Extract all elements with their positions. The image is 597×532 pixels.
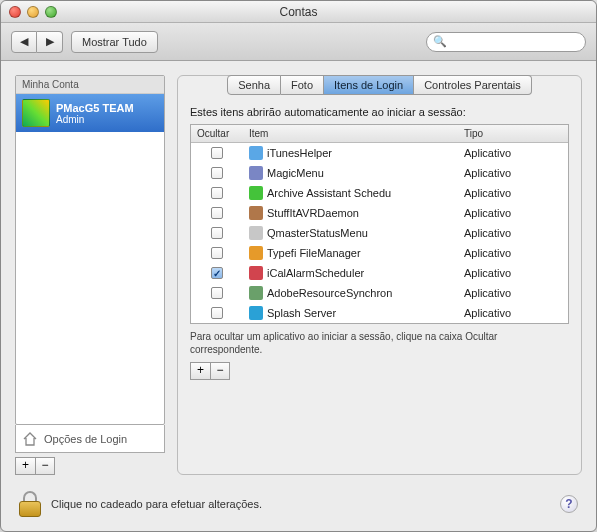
col-item[interactable]: Item [243,125,458,142]
login-items-add-remove: + − [190,362,569,380]
accounts-sidebar: Minha Conta PMacG5 TEAM Admin Opções de … [15,75,165,475]
hide-checkbox[interactable] [211,167,223,179]
table-row[interactable]: StuffItAVRDaemonAplicativo [191,203,568,223]
help-button[interactable]: ? [560,495,578,513]
lock-text: Clique no cadeado para efetuar alteraçõe… [51,498,262,510]
tab-foto[interactable]: Foto [281,75,324,95]
item-type: Aplicativo [458,164,568,182]
main-panel: SenhaFotoItens de LoginControles Parenta… [177,75,582,475]
preferences-window: Contas ◀ ▶ Mostrar Tudo 🔍 Minha Conta PM… [0,0,597,532]
show-all-button[interactable]: Mostrar Tudo [71,31,158,53]
search-input[interactable] [451,36,589,48]
remove-account-button[interactable]: − [35,457,55,475]
zoom-window-button[interactable] [45,6,57,18]
hide-checkbox[interactable] [211,227,223,239]
tabs: SenhaFotoItens de LoginControles Parenta… [227,75,532,95]
lock-body-icon [19,501,41,517]
nav-group: ◀ ▶ [11,31,63,53]
app-icon [249,146,263,160]
app-icon [249,246,263,260]
item-name: iTunesHelper [267,147,332,159]
sidebar-header: Minha Conta [16,76,164,94]
table-header: Ocultar Item Tipo [191,125,568,143]
table-row[interactable]: AdobeResourceSynchronAplicativo [191,283,568,303]
forward-button[interactable]: ▶ [37,31,63,53]
app-icon [249,206,263,220]
account-name: PMacG5 TEAM [56,102,134,114]
account-role: Admin [56,114,134,125]
item-name: AdobeResourceSynchron [267,287,392,299]
item-name: Archive Assistant Schedu [267,187,391,199]
item-type: Aplicativo [458,204,568,222]
account-item[interactable]: PMacG5 TEAM Admin [16,94,164,132]
item-type: Aplicativo [458,144,568,162]
login-items-description: Estes itens abrirão automaticamente ao i… [190,106,569,118]
remove-login-item-button[interactable]: − [210,362,230,380]
item-name: MagicMenu [267,167,324,179]
item-name: QmasterStatusMenu [267,227,368,239]
add-account-button[interactable]: + [15,457,35,475]
hide-checkbox[interactable] [211,187,223,199]
item-type: Aplicativo [458,264,568,282]
add-login-item-button[interactable]: + [190,362,210,380]
login-items-hint: Para ocultar um aplicativo ao iniciar a … [190,330,569,356]
hide-checkbox[interactable] [211,147,223,159]
hide-checkbox[interactable] [211,207,223,219]
hide-checkbox[interactable] [211,287,223,299]
app-icon [249,266,263,280]
col-type[interactable]: Tipo [458,125,568,142]
search-field-wrap[interactable]: 🔍 [426,32,586,52]
window-controls [9,6,57,18]
accounts-list: Minha Conta PMacG5 TEAM Admin [15,75,165,425]
item-type: Aplicativo [458,184,568,202]
tab-controles-parentais[interactable]: Controles Parentais [414,75,532,95]
app-icon [249,286,263,300]
item-name: iCalAlarmScheduler [267,267,364,279]
table-row[interactable]: Typefi FileManagerAplicativo [191,243,568,263]
app-icon [249,226,263,240]
col-hide[interactable]: Ocultar [191,125,243,142]
hide-checkbox[interactable] [211,247,223,259]
hide-checkbox[interactable] [211,307,223,319]
item-type: Aplicativo [458,284,568,302]
titlebar: Contas [1,1,596,23]
item-type: Aplicativo [458,244,568,262]
login-options-label: Opções de Login [44,433,127,445]
item-type: Aplicativo [458,224,568,242]
login-options-button[interactable]: Opções de Login [15,425,165,453]
item-name: StuffItAVRDaemon [267,207,359,219]
login-items-table: Ocultar Item Tipo iTunesHelperAplicativo… [190,124,569,324]
item-name: Typefi FileManager [267,247,361,259]
table-body: iTunesHelperAplicativoMagicMenuAplicativ… [191,143,568,323]
window-title: Contas [1,5,596,19]
home-icon [22,431,38,447]
table-row[interactable]: MagicMenuAplicativo [191,163,568,183]
close-window-button[interactable] [9,6,21,18]
item-name: Splash Server [267,307,336,319]
account-add-remove: + − [15,457,165,475]
back-button[interactable]: ◀ [11,31,37,53]
account-text: PMacG5 TEAM Admin [56,102,134,125]
hide-checkbox[interactable] [211,267,223,279]
item-type: Aplicativo [458,304,568,322]
app-icon [249,306,263,320]
lock-button[interactable] [19,491,41,517]
app-icon [249,166,263,180]
account-avatar [22,99,50,127]
minimize-window-button[interactable] [27,6,39,18]
tab-senha[interactable]: Senha [227,75,281,95]
table-row[interactable]: iTunesHelperAplicativo [191,143,568,163]
table-row[interactable]: iCalAlarmSchedulerAplicativo [191,263,568,283]
tab-itens-de-login[interactable]: Itens de Login [324,75,414,95]
table-row[interactable]: Archive Assistant ScheduAplicativo [191,183,568,203]
table-row[interactable]: QmasterStatusMenuAplicativo [191,223,568,243]
table-row[interactable]: Splash ServerAplicativo [191,303,568,323]
app-icon [249,186,263,200]
footer: Clique no cadeado para efetuar alteraçõe… [1,481,596,531]
toolbar: ◀ ▶ Mostrar Tudo 🔍 [1,23,596,61]
search-icon: 🔍 [433,35,447,48]
